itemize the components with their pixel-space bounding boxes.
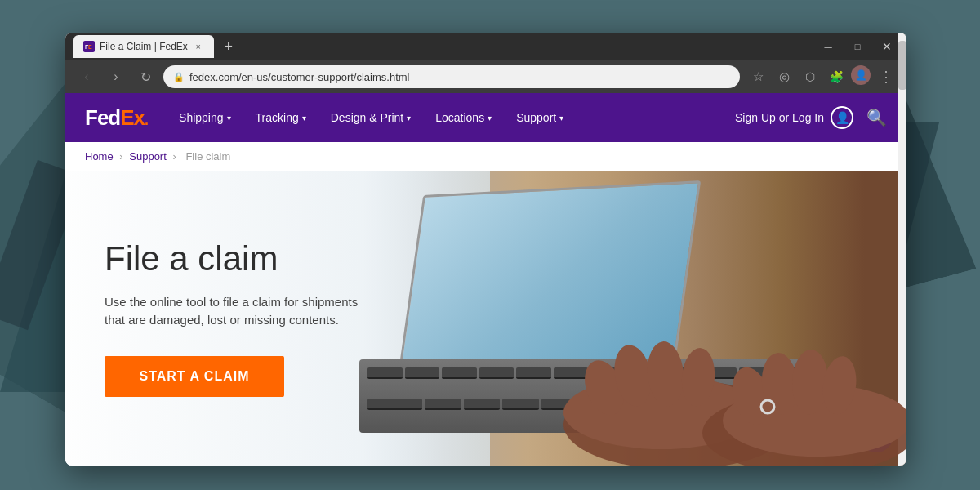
- search-button[interactable]: 🔍: [866, 108, 887, 127]
- nav-locations[interactable]: Locations ▾: [424, 93, 503, 142]
- extensions-button[interactable]: 🧩: [825, 65, 848, 88]
- nav-right-actions: Sign Up or Log In 👤 🔍: [735, 106, 887, 129]
- svg-text:E: E: [88, 44, 92, 50]
- browser-toolbar-icons: ☆ ◎ ⬡ 🧩 👤 ⋮: [746, 65, 897, 88]
- logo-dot: .: [145, 112, 148, 128]
- hero-subtitle: Use the online tool to file a claim for …: [105, 293, 366, 330]
- nav-design-print[interactable]: Design & Print ▾: [319, 93, 422, 142]
- nav-shipping[interactable]: Shipping ▾: [167, 93, 243, 142]
- nav-tracking[interactable]: Tracking ▾: [244, 93, 318, 142]
- breadcrumb-support[interactable]: Support: [129, 150, 167, 163]
- tab-close-button[interactable]: ×: [193, 41, 204, 52]
- logo-ex-text: Ex: [120, 105, 145, 130]
- new-tab-button[interactable]: +: [217, 35, 240, 58]
- tracking-chevron-icon: ▾: [302, 114, 306, 122]
- shipping-chevron-icon: ▾: [227, 114, 231, 122]
- address-bar[interactable]: 🔒 fedex.com/en-us/customer-support/claim…: [163, 65, 740, 88]
- forward-button[interactable]: ›: [105, 65, 127, 88]
- close-window-button[interactable]: ✕: [875, 35, 898, 58]
- active-tab[interactable]: F E File a Claim | FedEx ×: [74, 35, 214, 58]
- sign-in-button[interactable]: Sign Up or Log In 👤: [735, 106, 853, 129]
- support-chevron-icon: ▾: [559, 114, 564, 122]
- minimize-button[interactable]: ─: [817, 35, 840, 58]
- security-lock-icon: 🔒: [173, 72, 185, 82]
- tab-title: File a Claim | FedEx: [100, 41, 188, 52]
- profile-button[interactable]: ◎: [773, 65, 795, 88]
- breadcrumb-home[interactable]: Home: [85, 150, 114, 163]
- hero-title: File a claim: [105, 240, 451, 278]
- hero-section: File a claim Use the online tool to file…: [65, 172, 906, 466]
- browser-window: F E File a Claim | FedEx × + ─ □ ✕ ‹ › ↻…: [65, 33, 906, 466]
- reload-button[interactable]: ↻: [134, 65, 157, 88]
- breadcrumb-current: File claim: [185, 150, 230, 163]
- locations-chevron-icon: ▾: [488, 114, 492, 122]
- nav-links: Shipping ▾ Tracking ▾ Design & Print ▾ L…: [167, 93, 735, 142]
- back-button[interactable]: ‹: [75, 65, 98, 88]
- tab-bar: F E File a Claim | FedEx × + ─ □ ✕: [65, 33, 906, 60]
- url-text: fedex.com/en-us/customer-support/claims.…: [189, 71, 409, 83]
- menu-button[interactable]: ⋮: [874, 65, 897, 88]
- maximize-button[interactable]: □: [846, 35, 869, 58]
- fedex-navbar: FedEx. Shipping ▾ Tracking ▾ Design & Pr…: [65, 93, 906, 142]
- search-icon: 🔍: [866, 109, 887, 127]
- design-print-chevron-icon: ▾: [407, 114, 411, 122]
- hands-image: [514, 286, 906, 466]
- breadcrumb-sep-1: ›: [119, 150, 122, 163]
- breadcrumb-sep-2: ›: [172, 150, 176, 163]
- screencapture-button[interactable]: ⬡: [799, 65, 822, 88]
- bookmark-star-button[interactable]: ☆: [746, 65, 769, 88]
- key: [368, 368, 403, 379]
- page-content: FedEx. Shipping ▾ Tracking ▾ Design & Pr…: [65, 93, 906, 466]
- breadcrumb: Home › Support › File claim: [65, 142, 906, 172]
- user-avatar[interactable]: 👤: [851, 65, 871, 85]
- scrollbar-thumb[interactable]: [898, 41, 906, 90]
- nav-support[interactable]: Support ▾: [505, 93, 575, 142]
- start-claim-button[interactable]: START A CLAIM: [105, 356, 284, 397]
- user-circle-icon: 👤: [831, 106, 853, 129]
- fedex-logo[interactable]: FedEx.: [85, 105, 148, 131]
- browser-nav-row: ‹ › ↻ 🔒 fedex.com/en-us/customer-support…: [65, 60, 906, 93]
- logo-fed-text: Fed: [85, 105, 120, 130]
- tab-favicon: F E: [83, 41, 95, 52]
